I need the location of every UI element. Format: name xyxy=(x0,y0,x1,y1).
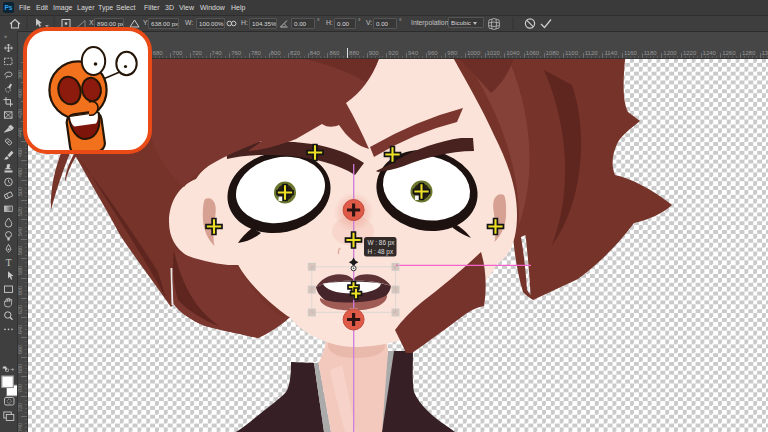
svg-text:W : 86 px: W : 86 px xyxy=(368,239,396,247)
svg-text:»: » xyxy=(4,33,7,39)
svg-text:T: T xyxy=(6,258,12,268)
svg-text:H : 48 px: H : 48 px xyxy=(368,248,394,256)
